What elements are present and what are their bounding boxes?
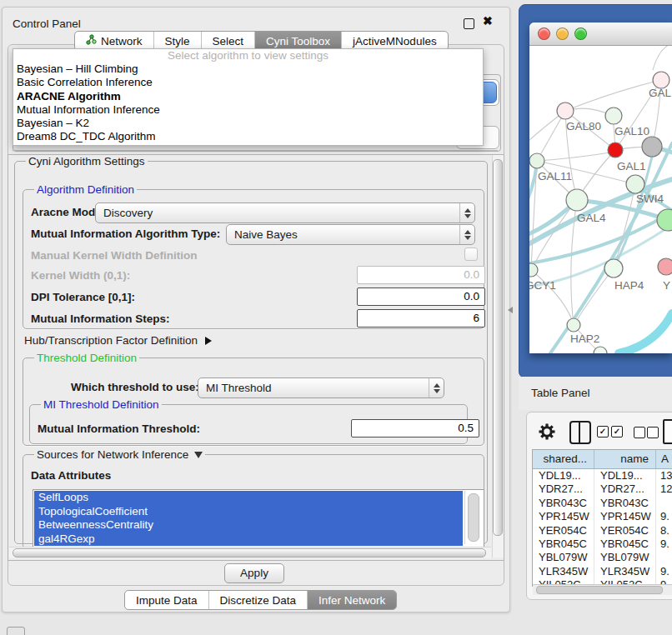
network-node[interactable] [529,263,538,277]
algorithm-dropdown-popup: Select algorithm to view settings Bayesi… [13,48,484,146]
mi-type-combo[interactable]: Naive Bayes [226,224,475,245]
top-tab[interactable]: Select [201,32,255,50]
collapsed-panel-button[interactable] [7,627,25,635]
algorithm-option[interactable]: Bayesian – K2 [13,117,483,130]
cell-name: YLR345W [594,565,656,578]
network-node[interactable] [658,258,672,275]
stepper-arrows-icon[interactable] [459,203,474,222]
table-row[interactable]: YDL19... YDL19... 13 [533,469,672,482]
network-node[interactable] [567,318,580,332]
table-row[interactable]: YER054C YER054C 8. [533,524,672,538]
algorithm-option[interactable]: Mutual Information Inference [13,103,483,117]
network-window-titlebar[interactable] [529,22,672,46]
cell-name: YBR043C [594,497,656,510]
sources-group-title[interactable]: Sources for Network Inference [34,448,205,461]
table-row[interactable]: YPR145W YPR145W 9. [533,510,672,523]
algorithm-option[interactable]: Dream8 DC_TDC Algorithm [13,130,483,143]
table-row[interactable]: YDR27... YDR27... 12 [533,482,672,496]
kernel-width-label: Kernel Width (0,1): [31,269,130,282]
dpi-tolerance-field[interactable]: 0.0 [357,288,485,306]
table-row[interactable]: YBR045C YBR045C 9. [533,538,672,551]
stepper-arrows-icon[interactable] [459,225,474,244]
settings-vscrollbar-thumb[interactable] [493,159,503,536]
network-icon [86,34,97,48]
attribute-item-selected[interactable]: SelfLoops [34,491,463,505]
which-threshold-combo[interactable]: MI Threshold [198,378,444,398]
splitter-arrow-icon[interactable] [508,307,513,313]
network-node[interactable] [605,108,622,124]
kernel-width-field[interactable]: 0.0 [357,266,485,284]
cell-shared-name: YDL19... [533,469,594,482]
bottom-tab-label: Infer Network [318,594,385,607]
zoom-traffic-light[interactable] [574,28,587,40]
list-scrollbar[interactable] [464,491,482,544]
manual-kernel-checkbox[interactable] [464,248,478,261]
close-icon[interactable]: ✖ [483,14,493,28]
cell-value: 8. [656,524,672,538]
stepper-arrows-icon[interactable] [429,378,444,398]
network-node[interactable] [626,175,644,193]
expand-arrow-icon[interactable] [205,337,212,345]
network-node[interactable] [604,259,623,278]
cell-value: 12 [656,482,672,496]
table-column-header[interactable]: A [656,450,672,468]
cell-shared-name: YBR045C [533,538,594,551]
algorithm-option[interactable]: Basic Correlation Inference [13,76,483,89]
column-layout-icon[interactable] [569,421,591,444]
network-canvas[interactable]: GALGAL80GAL10GAL1GAL11SWI4GAL4GCY1HAP4YH… [529,46,672,353]
settings-gear-icon[interactable] [538,422,556,443]
bottom-tab[interactable]: Discretize Data [208,591,308,609]
network-node[interactable] [566,189,588,211]
network-node[interactable] [608,142,623,158]
top-tab-label: jActiveMNodules [353,35,437,48]
bottom-tab[interactable]: Infer Network [307,591,396,609]
settings-hscrollbar-thumb[interactable] [13,548,486,558]
table-column-header[interactable]: shared... [533,450,594,468]
algorithm-option[interactable]: ARACNE Algorithm [13,90,483,103]
deselect-checkbox-icon-2[interactable] [647,427,659,438]
float-window-icon[interactable] [464,18,474,29]
algorithm-option[interactable]: Bayesian – Hill Climbing [13,62,483,76]
network-node-label: GAL4 [577,212,606,224]
top-tab[interactable]: Style [153,32,201,50]
list-scrollbar-thumb[interactable] [468,493,479,542]
close-traffic-light[interactable] [538,28,550,40]
aracne-mode-combo[interactable]: Discovery [95,202,475,223]
top-tab[interactable]: jActiveMNodules [341,32,448,50]
network-node[interactable] [557,102,574,119]
cell-shared-name: YBL079W [533,551,594,564]
attribute-item-selected[interactable]: BetweennessCentrality [34,518,463,532]
network-window: GALGAL80GAL10GAL1GAL11SWI4GAL4GCY1HAP4YH… [529,22,672,353]
table-row[interactable]: YLR345W YLR345W 9. [533,565,672,578]
hub-definition-toggle[interactable]: Hub/Transcription Factor Definition [24,334,212,347]
cell-shared-name: YLR345W [533,565,594,578]
bottom-tab[interactable]: Impute Data [125,591,208,609]
table-hscrollbar-thumb[interactable] [536,586,663,594]
file-icon[interactable] [663,419,672,444]
manual-kernel-label: Manual Kernel Width Definition [31,249,197,262]
attribute-item-selected[interactable]: gal4RGexp [34,532,463,547]
attribute-item-selected[interactable]: TopologicalCoefficient [34,505,463,519]
mi-steps-field[interactable]: 6 [357,309,485,328]
bottom-tab-bar: Impute Data Discretize Data Infer Networ… [124,590,397,610]
mi-threshold-field[interactable]: 0.5 [351,419,479,438]
network-node[interactable] [594,347,607,353]
network-node[interactable] [642,137,662,157]
cell-name: YPR145W [594,510,656,523]
collapse-arrow-icon[interactable] [194,452,203,458]
select-all-checkbox-icon[interactable]: ✓ [597,426,609,438]
network-node-label: GAL1 [617,160,646,172]
top-tab[interactable]: Cyni Toolbox [254,32,341,50]
apply-button[interactable]: Apply [224,563,284,583]
table-row[interactable]: YBR043C YBR043C [533,497,672,510]
network-node[interactable] [529,153,544,168]
minimize-traffic-light[interactable] [556,28,569,40]
table-row[interactable]: YBL079W YBL079W [533,551,672,564]
table-body: YDL19... YDL19... 13 YDR27... YDR27... 1… [533,469,672,586]
top-tab[interactable]: Network [75,32,153,50]
select-all-checkbox-icon-2[interactable]: ✓ [611,426,623,438]
table-column-header[interactable]: name [594,450,656,468]
network-node[interactable] [657,209,672,231]
network-node[interactable] [653,72,669,88]
deselect-checkbox-icon[interactable] [634,427,645,438]
